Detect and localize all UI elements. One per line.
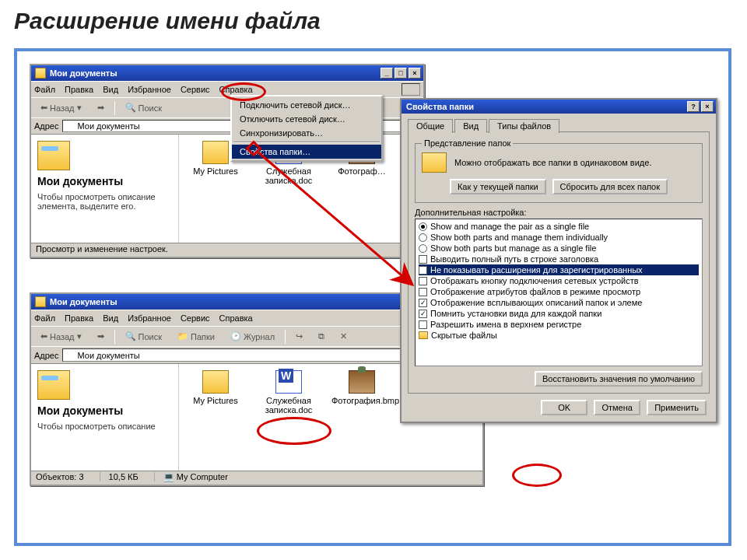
menu-edit[interactable]: Правка	[65, 85, 93, 94]
advanced-tree[interactable]: Show and manage the pair as a single fil…	[415, 219, 703, 366]
tab-general[interactable]: Общие	[408, 119, 453, 133]
menu-favorites[interactable]: Избранное	[128, 85, 171, 94]
folders-button[interactable]: 📁 Папки	[172, 329, 220, 344]
forward-button[interactable]: ➡	[92, 329, 110, 344]
checkbox-icon[interactable]	[419, 310, 427, 318]
copy-icon[interactable]: ⧉	[313, 329, 330, 344]
address-field[interactable]: Мои документы ▾	[62, 348, 423, 362]
separator	[285, 330, 286, 344]
forward-button[interactable]: ➡	[92, 100, 110, 115]
tree-row[interactable]: Отображение всплывающих описаний папок и…	[419, 297, 699, 308]
back-button[interactable]: ⬅ Назад ▾	[35, 100, 87, 115]
like-current-button[interactable]: Как у текущей папки	[450, 179, 546, 194]
menu-item-folder-options[interactable]: Свойства папки…	[232, 145, 381, 159]
group-text: Можно отображать все папки в одинаковом …	[454, 158, 696, 167]
titlebar[interactable]: Мои документы _ □ ×	[31, 65, 423, 81]
search-label: Поиск	[139, 103, 162, 113]
move-icon[interactable]: ↪	[290, 329, 308, 344]
apply-button[interactable]: Применить	[647, 400, 707, 415]
cancel-button[interactable]: Отмена	[594, 400, 640, 415]
menu-item-sync[interactable]: Синхронизировать…	[232, 126, 381, 140]
checkbox-icon[interactable]	[419, 299, 427, 307]
dialog-title: Свойства папки	[406, 102, 474, 111]
radio-icon[interactable]	[419, 222, 427, 231]
side-pane: Мои документы Чтобы просмотреть описание…	[31, 135, 179, 243]
reset-all-button[interactable]: Сбросить для всех папок	[552, 179, 668, 194]
search-button[interactable]: 🔍 Поиск	[120, 329, 167, 344]
tree-row[interactable]: Помнить установки вида для каждой папки	[419, 308, 699, 319]
address-label: Адрес	[34, 121, 59, 131]
status-location-label: My Computer	[177, 472, 228, 481]
journal-label: Журнал	[244, 332, 275, 341]
stage-frame: Мои документы _ □ × Файл Правка Вид Избр…	[14, 48, 731, 546]
checkbox-icon[interactable]	[419, 288, 427, 296]
maximize-button[interactable]: □	[395, 68, 407, 79]
restore-defaults-button[interactable]: Восстановить значения по умолчанию	[535, 371, 703, 387]
folders-label: Папки	[191, 332, 215, 341]
menu-tools[interactable]: Сервис	[181, 85, 210, 94]
slide-title: Расширение имени файла	[0, 0, 747, 42]
address-value: Мои документы	[78, 351, 140, 360]
dialog-titlebar[interactable]: Свойства папки ? ×	[402, 100, 716, 114]
status-objects: Объектов: 3	[36, 472, 100, 481]
menu-edit[interactable]: Правка	[65, 313, 93, 323]
tools-dropdown[interactable]: Подключить сетевой диск… Отключить сетев…	[230, 95, 383, 162]
window-title: Мои документы	[50, 297, 117, 306]
menu-favorites[interactable]: Избранное	[128, 313, 171, 323]
menu-item-connect-drive[interactable]: Подключить сетевой диск…	[232, 98, 381, 112]
tree-row[interactable]: Не показывать расширения для зарегистрир…	[419, 264, 699, 275]
my-documents-icon	[37, 370, 70, 400]
tree-row-label: Не показывать расширения для зарегистрир…	[430, 265, 643, 275]
file-label: Фотограф…	[331, 166, 392, 176]
checkbox-icon[interactable]	[419, 320, 427, 329]
tree-row[interactable]: Show both parts and manage them individu…	[419, 232, 699, 243]
checkbox-icon[interactable]	[419, 277, 427, 285]
file-label: Служебная записка.doc	[258, 396, 319, 415]
journal-button[interactable]: 🕑 Журнал	[225, 329, 280, 344]
close-button[interactable]: ×	[701, 101, 714, 112]
menu-view[interactable]: Вид	[103, 85, 118, 94]
back-button[interactable]: ⬅ Назад ▾	[35, 329, 87, 344]
radio-icon[interactable]	[419, 233, 427, 242]
search-button[interactable]: 🔍 Поиск	[120, 100, 167, 115]
tree-row[interactable]: Отображение атрибутов файлов в режиме пр…	[419, 286, 699, 297]
close-button[interactable]: ×	[409, 68, 421, 79]
tab-filetypes[interactable]: Типы файлов	[489, 119, 559, 133]
file-item[interactable]: Служебная записка.doc	[258, 370, 319, 415]
status-size: 10,5 КБ	[109, 472, 155, 481]
file-item[interactable]: My Pictures	[185, 370, 246, 405]
menu-separator	[233, 142, 380, 143]
tree-row[interactable]: Show and manage the pair as a single fil…	[419, 221, 699, 232]
menu-help[interactable]: Справка	[219, 313, 253, 323]
tree-row[interactable]: Отображать кнопку подключения сетевых ус…	[419, 275, 699, 286]
tree-row[interactable]: Скрытые файлы	[419, 330, 699, 341]
tab-view[interactable]: Вид	[454, 119, 487, 133]
tree-row[interactable]: Show both parts but manage as a single f…	[419, 243, 699, 254]
checkbox-icon[interactable]	[419, 255, 427, 264]
menu-file[interactable]: Файл	[34, 313, 55, 323]
menu-view[interactable]: Вид	[103, 313, 118, 323]
file-item[interactable]: Фотография.bmp	[331, 370, 392, 405]
folder-icon[interactable]	[419, 331, 428, 339]
radio-icon[interactable]	[419, 244, 427, 253]
separator	[114, 330, 115, 344]
menu-item-disconnect-drive[interactable]: Отключить сетевой диск…	[232, 112, 381, 126]
file-label: Фотография.bmp	[331, 396, 392, 405]
back-label: Назад	[50, 103, 75, 113]
menu-tools[interactable]: Сервис	[181, 313, 210, 323]
separator	[114, 101, 115, 115]
checkbox-icon[interactable]	[419, 266, 427, 275]
tree-row[interactable]: Разрешить имена в верхнем регистре	[419, 319, 699, 330]
menu-file[interactable]: Файл	[34, 85, 55, 94]
tree-row[interactable]: Выводить полный путь в строке заголовка	[419, 254, 699, 264]
delete-icon[interactable]: ✕	[335, 329, 352, 344]
ie-logo-icon	[402, 83, 420, 96]
menu-help[interactable]: Справка	[219, 85, 253, 94]
side-title: Мои документы	[37, 404, 172, 417]
ok-button[interactable]: OK	[541, 400, 587, 415]
address-value: Мои документы	[78, 121, 140, 131]
annotation-ellipse	[512, 464, 562, 487]
minimize-button[interactable]: _	[381, 68, 393, 79]
help-button[interactable]: ?	[687, 101, 700, 112]
bitmap-icon	[349, 370, 375, 394]
